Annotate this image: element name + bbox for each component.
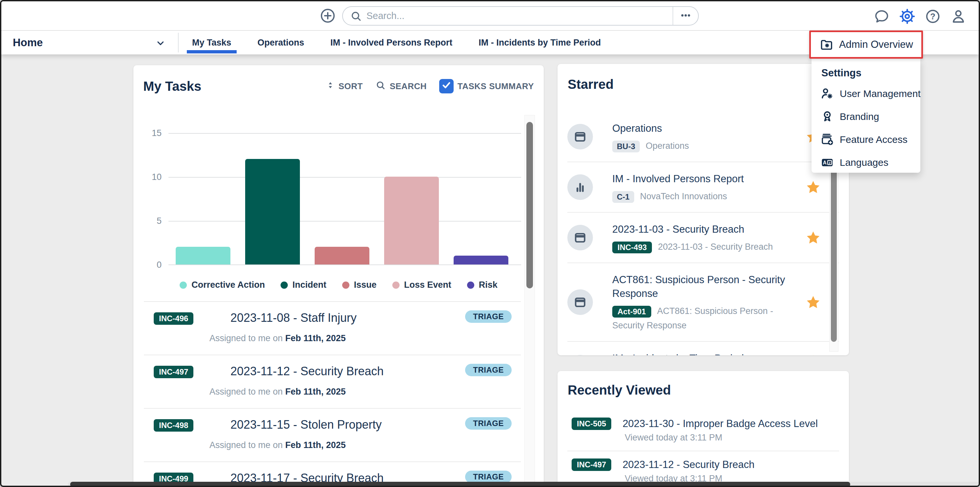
- menu-item-branding[interactable]: Branding: [811, 105, 920, 128]
- assigned-prefix: Assigned to me on: [210, 333, 285, 343]
- sort-icon: [326, 80, 335, 92]
- starred-subtitle: Operations: [646, 141, 689, 151]
- star-icon[interactable]: [806, 294, 821, 310]
- search-tasks-button[interactable]: SEARCH: [375, 80, 427, 93]
- legend-dot: [180, 282, 187, 289]
- legend-label: Issue: [354, 280, 377, 290]
- horizontal-scrollbar-thumb[interactable]: [70, 482, 850, 487]
- item-id-badge: Act-901: [612, 306, 651, 318]
- starred-item-title[interactable]: Operations: [612, 122, 790, 135]
- starred-row[interactable]: ACT861: Suspicious Person - Security Res…: [567, 263, 839, 342]
- chat-button[interactable]: [873, 8, 890, 25]
- search-icon: [350, 10, 362, 22]
- legend-label: Incident: [292, 280, 326, 290]
- bar-chart-icon: [567, 174, 593, 200]
- home-dropdown[interactable]: Home: [13, 31, 43, 54]
- plus-circle-icon: [320, 8, 336, 25]
- menu-item-user-management[interactable]: User Management: [811, 82, 920, 105]
- settings-gear-button[interactable]: [899, 8, 916, 25]
- tasks-summary-checkbox[interactable]: [439, 79, 453, 93]
- starred-badge-line: INC-4932023-11-03 - Security Breach: [612, 240, 790, 254]
- task-assigned-text: Assigned to me on Feb 11th, 2025: [210, 387, 346, 397]
- bar-risk: [453, 256, 508, 264]
- star-icon[interactable]: [806, 180, 821, 195]
- vertical-scrollbar-thumb[interactable]: [831, 152, 837, 342]
- menu-item-feature-access[interactable]: Feature Access: [811, 128, 920, 151]
- assigned-date: Feb 11th, 2025: [285, 333, 346, 343]
- task-title[interactable]: 2023-11-08 - Staff Injury: [231, 311, 356, 325]
- task-title[interactable]: 2023-11-15 - Stolen Property: [231, 418, 382, 431]
- starred-item-title[interactable]: IM - Incidents by Time Period: [612, 352, 790, 355]
- my-tasks-title: My Tasks: [143, 79, 201, 94]
- status-badge: TRIAGE: [465, 364, 512, 376]
- help-button[interactable]: ?: [924, 8, 941, 25]
- user-profile-button[interactable]: [950, 8, 967, 25]
- check-icon: [441, 80, 452, 93]
- global-search: [342, 6, 699, 25]
- medal-icon: [820, 110, 834, 124]
- starred-list: Operations BU-3Operations IM - Involved …: [557, 112, 849, 355]
- bar-chart-icon: [567, 355, 593, 356]
- gear-icon: [899, 8, 916, 26]
- starred-row[interactable]: IM - Involved Persons Report C-1NovaTech…: [567, 162, 839, 213]
- starred-row[interactable]: 2023-11-03 - Security Breach INC-4932023…: [567, 213, 839, 263]
- legend-dot: [280, 282, 288, 289]
- legend-item: Loss Event: [392, 280, 451, 290]
- legend-item: Risk: [467, 280, 498, 290]
- recently-viewed-item-title[interactable]: 2023-11-30 - Improper Badge Access Level: [622, 418, 818, 430]
- starred-content: Operations BU-3Operations: [612, 122, 790, 153]
- bar-corrective-action: [176, 247, 231, 264]
- search-options-button[interactable]: [673, 7, 698, 25]
- app-window-icon: [567, 290, 593, 315]
- chart-legend: Corrective Action Incident Issue Loss Ev…: [134, 280, 544, 290]
- admin-overview-label: Admin Overview: [839, 39, 913, 51]
- recently-viewed-line: INC-505 2023-11-30 - Improper Badge Acce…: [572, 417, 839, 430]
- settings-menu: Settings User Management Branding Featur…: [811, 59, 920, 173]
- admin-overview-menu-item[interactable]: Admin Overview: [809, 30, 923, 59]
- assigned-date: Feb 11th, 2025: [285, 387, 346, 396]
- recently-viewed-item-title[interactable]: 2023-11-12 - Security Breach: [622, 459, 754, 471]
- starred-row[interactable]: Operations BU-3Operations: [567, 112, 839, 162]
- my-tasks-header: My Tasks SORT SEARCH: [143, 78, 534, 95]
- starred-content: IM - Involved Persons Report C-1NovaTech…: [612, 172, 790, 204]
- status-badge: TRIAGE: [465, 417, 512, 430]
- menu-item-languages[interactable]: AZ Languages: [811, 151, 920, 174]
- gridline: [169, 221, 521, 221]
- task-row[interactable]: INC-498 2023-11-15 - Stolen Property Ass…: [144, 408, 521, 462]
- search-input[interactable]: [366, 11, 673, 21]
- bar-incident: [245, 159, 300, 264]
- horizontal-scrollbar-track[interactable]: [68, 482, 980, 487]
- star-icon[interactable]: [806, 230, 821, 245]
- vertical-scrollbar-thumb[interactable]: [527, 122, 533, 288]
- legend-item: Issue: [342, 280, 377, 290]
- ellipsis-icon: [679, 9, 692, 23]
- starred-badge-line: C-1NovaTech Innovations: [612, 189, 790, 204]
- tab-operations[interactable]: Operations: [258, 31, 304, 54]
- sort-button[interactable]: SORT: [326, 80, 363, 92]
- chat-bubble-icon: [873, 8, 890, 25]
- task-title[interactable]: 2023-11-12 - Security Breach: [231, 364, 384, 378]
- task-row[interactable]: INC-497 2023-11-12 - Security Breach Ass…: [144, 355, 521, 408]
- box-plus-icon: [820, 132, 834, 147]
- starred-item-title[interactable]: IM - Involved Persons Report: [612, 172, 790, 186]
- task-row[interactable]: INC-496 2023-11-08 - Staff Injury Assign…: [144, 301, 521, 355]
- task-assigned-text: Assigned to me on Feb 11th, 2025: [210, 440, 346, 450]
- y-axis-tick: 15: [134, 128, 162, 138]
- star-icon[interactable]: [806, 353, 821, 355]
- starred-subtitle: 2023-11-03 - Security Breach: [658, 242, 773, 252]
- tab-my-tasks[interactable]: My Tasks: [192, 31, 231, 54]
- legend-label: Risk: [479, 280, 498, 290]
- starred-item-title[interactable]: 2023-11-03 - Security Breach: [612, 223, 790, 236]
- recently-viewed-line: INC-497 2023-11-12 - Security Breach: [572, 458, 839, 471]
- question-circle-icon: ?: [924, 8, 941, 25]
- y-axis-tick: 0: [134, 260, 162, 270]
- starred-item-title[interactable]: ACT861: Suspicious Person - Security Res…: [612, 273, 790, 301]
- starred-row[interactable]: IM - Incidents by Time Period: [567, 342, 839, 355]
- chevron-down-icon[interactable]: [155, 37, 166, 50]
- quick-add-button[interactable]: [320, 8, 336, 24]
- legend-dot: [392, 282, 399, 289]
- tab-im-incidents-by-time-period[interactable]: IM - Incidents by Time Period: [479, 31, 601, 54]
- tab-im-involved-persons-report[interactable]: IM - Involved Persons Report: [330, 31, 452, 54]
- recently-viewed-row[interactable]: INC-505 2023-11-30 - Improper Badge Acce…: [567, 410, 839, 451]
- home-dropdown-label: Home: [13, 37, 43, 49]
